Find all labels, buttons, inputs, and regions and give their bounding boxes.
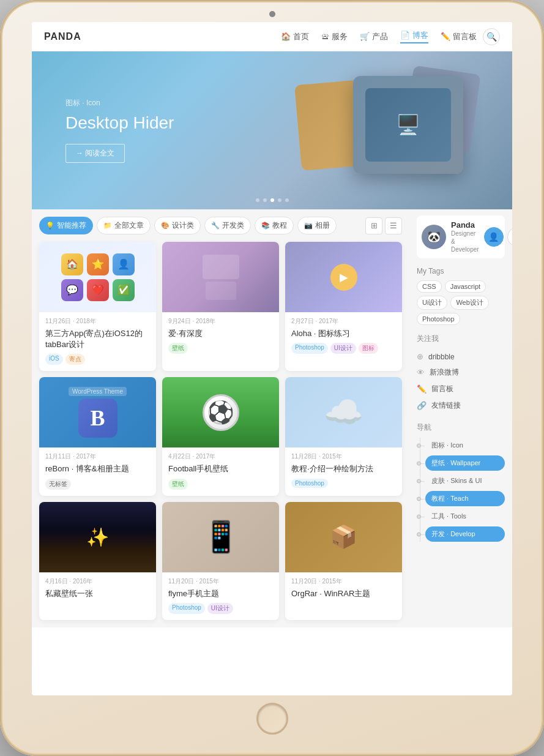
hero-images: 🖥️ bbox=[280, 64, 475, 198]
card-title-6: 私藏壁纸一张 bbox=[45, 588, 150, 599]
card-thumb-1 bbox=[162, 242, 279, 312]
grid-view-btn[interactable]: ⊞ bbox=[365, 217, 382, 234]
nav-item-develop: 开发 · Develop bbox=[425, 526, 505, 542]
profile-role: Designer &Developer bbox=[451, 230, 479, 253]
tag-photoshop[interactable]: Photoshop bbox=[417, 313, 460, 325]
nav-dot-1 bbox=[417, 443, 421, 447]
nav-link-home[interactable]: 🏠首页 bbox=[281, 31, 309, 42]
card-tags-5: Photoshop bbox=[291, 479, 396, 488]
card-tags-2: Photoshop UI设计 图标 bbox=[291, 343, 396, 354]
card-tag-ui1: UI设计 bbox=[330, 343, 356, 354]
nav-label-skin[interactable]: 皮肤 · Skins & UI bbox=[425, 473, 505, 488]
design-icon: 🎨 bbox=[161, 222, 170, 230]
nav-item-wallpaper: 壁纸 · Wallpaper bbox=[425, 455, 505, 471]
post-card-7[interactable]: 📱 11月20日 · 2015年 flyme手机主题 Photoshop UI设… bbox=[162, 502, 279, 620]
card-tags-7: Photoshop UI设计 bbox=[168, 603, 273, 614]
card-date-4: 4月22日 · 2017年 bbox=[168, 452, 273, 461]
content-area: 💡 智能推荐 📁 全部文章 🎨 设计类 🔧 开发类 bbox=[32, 209, 409, 627]
box-icons: 📦 bbox=[330, 524, 357, 550]
card-tag-ios: iOS bbox=[45, 354, 63, 365]
post-card-8[interactable]: 📦 11月20日 · 2015年 OrgRar · WinRAR主题 bbox=[285, 502, 402, 620]
profile-info: Panda Designer &Developer bbox=[451, 220, 479, 253]
ipad-screen: PANDA 🏠首页 🛎服务 🛒产品 📄博客 ✏️留言板 🔍 🖥️ bbox=[32, 22, 512, 695]
post-card-0[interactable]: 🏠 ⭐ 👤 💬 ❤️ ✅ 11月26日 · 2018年 第三方App(寄点)在i… bbox=[39, 242, 156, 371]
profile-water-btn[interactable]: 💧 bbox=[507, 227, 512, 247]
hero-dot-3[interactable] bbox=[270, 198, 274, 202]
follow-links[interactable]: 🔗 友情链接 bbox=[417, 397, 505, 414]
profile-icon-bar: 👤 💧 bbox=[484, 227, 512, 247]
nav-section-label: 导航 bbox=[417, 422, 505, 433]
card-thumb-8: 📦 bbox=[285, 502, 402, 572]
card-title-7: flyme手机主题 bbox=[168, 588, 273, 599]
list-view-btn[interactable]: ☰ bbox=[385, 217, 402, 234]
hero-dot-4[interactable] bbox=[278, 198, 281, 202]
card-date-2: 2月27日 · 2017年 bbox=[291, 317, 396, 326]
card-meta-8: 11月20日 · 2015年 OrgRar · WinRAR主题 bbox=[285, 572, 402, 609]
nav-link-guestbook[interactable]: ✏️留言板 bbox=[441, 31, 477, 42]
hero-dot-1[interactable] bbox=[256, 198, 259, 202]
card-thumb-0: 🏠 ⭐ 👤 💬 ❤️ ✅ bbox=[39, 242, 156, 312]
card-tag-jidian: 寄点 bbox=[65, 354, 85, 365]
nav-link-product[interactable]: 🛒产品 bbox=[360, 31, 388, 42]
filter-tab-design[interactable]: 🎨 设计类 bbox=[154, 217, 201, 234]
card-date-3: 11月11日 · 2017年 bbox=[45, 452, 150, 461]
app-icon-green: ✅ bbox=[113, 279, 135, 301]
tag-css[interactable]: CSS bbox=[417, 280, 442, 293]
tag-ui[interactable]: Ui设计 bbox=[417, 296, 447, 310]
tag-javascript[interactable]: Javascript bbox=[445, 280, 486, 293]
weibo-icon: 👁 bbox=[417, 368, 425, 377]
post-card-5[interactable]: ☁️ 11月28日 · 2015年 教程·介绍一种绘制方法 Photoshop bbox=[285, 377, 402, 495]
post-card-1[interactable]: 9月24日 · 2018年 爱·有深度 壁纸 bbox=[162, 242, 279, 371]
follow-guestbook[interactable]: ✏️ 留言板 bbox=[417, 381, 505, 397]
nav-item-teach: 教程 · Teach bbox=[425, 491, 505, 506]
nav-label-icon[interactable]: 图标 · Icon bbox=[425, 438, 505, 453]
profile-user-btn[interactable]: 👤 bbox=[484, 227, 504, 247]
hero-content: 图标 · Icon Desktop Hider → 阅读全文 bbox=[65, 98, 174, 163]
card-date-1: 9月24日 · 2018年 bbox=[168, 317, 273, 326]
filter-tab-all[interactable]: 📁 全部文章 bbox=[97, 217, 151, 234]
nav-link-service[interactable]: 🛎服务 bbox=[321, 31, 348, 42]
nav-label-develop[interactable]: 开发 · Develop bbox=[425, 526, 505, 542]
dev-icon: 🔧 bbox=[211, 222, 220, 230]
nav-link-blog[interactable]: 📄博客 bbox=[400, 30, 428, 43]
card-tag-ps3: Photoshop bbox=[168, 603, 205, 614]
nav-label-teach[interactable]: 教程 · Teach bbox=[425, 491, 505, 506]
search-icon[interactable]: 🔍 bbox=[483, 28, 500, 45]
hero-dot-2[interactable] bbox=[263, 198, 267, 202]
ipad-home-button[interactable] bbox=[256, 703, 288, 735]
card-meta-7: 11月20日 · 2015年 flyme手机主题 Photoshop UI设计 bbox=[162, 572, 279, 620]
post-card-4[interactable]: ⚽ 4月22日 · 2017年 Football手机壁纸 壁纸 bbox=[162, 377, 279, 495]
profile-name: Panda bbox=[451, 220, 479, 230]
filter-tab-album[interactable]: 📷 相册 bbox=[297, 217, 337, 234]
filter-tab-dev[interactable]: 🔧 开发类 bbox=[204, 217, 251, 234]
post-card-2[interactable]: ▶ 2月27日 · 2017年 Aloha · 图标练习 Photoshop U… bbox=[285, 242, 402, 371]
nav-dot-6 bbox=[417, 532, 421, 536]
card-date-8: 11月20日 · 2015年 bbox=[291, 577, 396, 586]
nav-label-wallpaper[interactable]: 壁纸 · Wallpaper bbox=[425, 455, 505, 471]
post-card-6[interactable]: ✨ 4月16日 · 2016年 私藏壁纸一张 bbox=[39, 502, 156, 620]
recommend-icon: 💡 bbox=[46, 222, 54, 230]
card-meta-6: 4月16日 · 2016年 私藏壁纸一张 bbox=[39, 572, 156, 609]
nav-label-tools[interactable]: 工具 · Tools bbox=[425, 509, 505, 524]
filter-tab-recommend[interactable]: 💡 智能推荐 bbox=[39, 217, 93, 234]
main-area: 💡 智能推荐 📁 全部文章 🎨 设计类 🔧 开发类 bbox=[32, 209, 512, 627]
card-tag-icon1: 图标 bbox=[359, 343, 378, 354]
card-tags-0: iOS 寄点 bbox=[45, 354, 150, 365]
guestbook-icon: ✏️ bbox=[417, 384, 427, 394]
app-icon-blue: 👤 bbox=[113, 253, 135, 275]
card-date-0: 11月26日 · 2018年 bbox=[45, 317, 150, 326]
hero-dot-5[interactable] bbox=[285, 198, 289, 202]
filter-tab-tutorial[interactable]: 📚 教程 bbox=[255, 217, 294, 234]
card-thumb-2: ▶ bbox=[285, 242, 402, 312]
post-card-3[interactable]: WordPress Theme B 11月11日 · 2017年 reBorn … bbox=[39, 377, 156, 495]
card-title-8: OrgRar · WinRAR主题 bbox=[291, 588, 396, 599]
my-tags-label: My Tags bbox=[417, 267, 505, 275]
tag-web[interactable]: Web设计 bbox=[450, 296, 488, 310]
card-tag-ps2: Photoshop bbox=[291, 479, 328, 488]
follow-dribbble[interactable]: ⊕ dribbble bbox=[417, 349, 505, 364]
follow-weibo[interactable]: 👁 新浪微博 bbox=[417, 364, 505, 381]
hero-read-btn[interactable]: → 阅读全文 bbox=[65, 144, 125, 163]
card-meta-0: 11月26日 · 2018年 第三方App(寄点)在iOS12的tabBar设计… bbox=[39, 312, 156, 371]
follow-dribbble-label: dribbble bbox=[428, 353, 455, 361]
all-articles-icon: 📁 bbox=[103, 222, 112, 230]
